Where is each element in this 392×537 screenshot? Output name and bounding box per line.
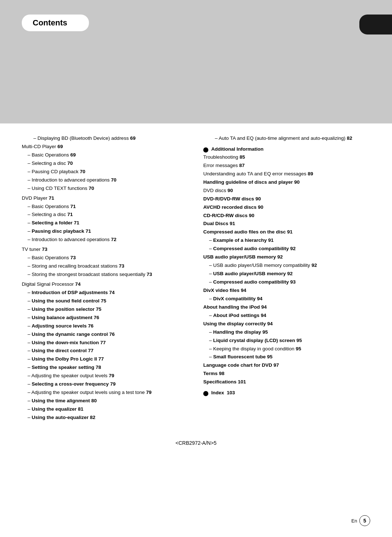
list-item: Using the auto-equalizer 82 (22, 414, 189, 422)
footer-page-number: 5 (359, 515, 370, 526)
list-item: USB audio player/USB memory 92 (203, 270, 370, 278)
list-item: Using the Dolby Pro Logic II 77 (22, 355, 189, 363)
list-item: Using balance adjustment 76 (22, 314, 189, 322)
list-item: Displaying BD (Bluetooth Device) address… (22, 134, 189, 143)
toc-list-left: Displaying BD (Bluetooth Device) address… (22, 134, 189, 422)
list-item: Example of a hierarchy 91 (203, 236, 370, 245)
index-section: Index 103 (203, 390, 370, 396)
list-item: Multi-CD Player 69 (22, 143, 189, 151)
list-item: Keeping the display in good condition 95 (203, 345, 370, 353)
additional-information-section: Additional Information (203, 146, 370, 152)
list-item: Using CD TEXT functions 70 (22, 184, 189, 193)
list-item: Selecting a cross-over frequency 79 (22, 380, 189, 388)
page-wrapper: Contents Displaying BD (Bluetooth Device… (0, 0, 392, 537)
list-item: Using the direct control 77 (22, 347, 189, 355)
page-title: Contents (33, 18, 67, 27)
list-item: Using the time alignment 80 (22, 397, 189, 405)
content-area: Displaying BD (Bluetooth Device) address… (0, 123, 392, 436)
list-item: Pausing CD playback 70 (22, 168, 189, 176)
footer-en-label: En (351, 518, 357, 524)
right-column: Auto TA and EQ (auto-time alignment and … (203, 134, 370, 422)
list-item: Adjusting source levels 76 (22, 322, 189, 330)
list-item: About handling the iPod 94 (203, 303, 370, 312)
toc-list-right: Auto TA and EQ (auto-time alignment and … (203, 134, 370, 396)
list-item: DivX video files 94 (203, 286, 370, 295)
footer: En 5 (351, 515, 370, 526)
list-item: Basic Operations 69 (22, 151, 189, 159)
list-item: Selecting a disc 71 (22, 211, 189, 219)
list-item: Basic Operations 73 (22, 254, 189, 262)
list-item: Error messages 87 (203, 162, 370, 170)
list-item: CD-R/CD-RW discs 90 (203, 212, 370, 220)
model-number: <CRB2972-A/N>5 (0, 440, 392, 451)
list-item: DVD discs 90 (203, 187, 370, 195)
list-item: Adjusting the speaker output levels usin… (22, 388, 189, 397)
left-column: Displaying BD (Bluetooth Device) address… (22, 134, 189, 422)
bullet-icon (203, 391, 208, 396)
bullet-icon (203, 147, 208, 152)
list-item: Storing and recalling broadcast stations… (22, 262, 189, 270)
list-item: Language code chart for DVD 97 (203, 361, 370, 370)
list-item: Pausing disc playback 71 (22, 227, 189, 236)
contents-header: Contents (22, 15, 89, 31)
list-item: Introduction to advanced operations 70 (22, 176, 189, 184)
list-item: Using the equalizer 81 (22, 405, 189, 414)
list-item: Compressed audio compatibility 92 (203, 245, 370, 253)
list-item: AVCHD recorded discs 90 (203, 203, 370, 212)
list-item: Using the position selector 75 (22, 305, 189, 314)
list-item: Auto TA and EQ (auto-time alignment and … (203, 134, 370, 143)
list-item: Adjusting the speaker output levels 79 (22, 372, 189, 380)
top-banner: Contents (0, 0, 392, 123)
list-item: Compressed audio files on the disc 91 (203, 228, 370, 236)
list-item: Setting the speaker setting 78 (22, 363, 189, 372)
list-item: DVD-R/DVD-RW discs 90 (203, 195, 370, 203)
list-item: Terms 98 (203, 370, 370, 378)
list-item: Introduction of DSP adjustments 74 (22, 289, 189, 297)
list-item: Handling the display 95 (203, 328, 370, 337)
list-item: Storing the strongest broadcast stations… (22, 270, 189, 279)
list-item: Selecting a disc 70 (22, 159, 189, 168)
list-item: TV tuner 73 (22, 245, 189, 254)
list-item: Handling guideline of discs and player 9… (203, 178, 370, 187)
list-item: Using the display correctly 94 (203, 320, 370, 328)
top-right-decoration (359, 15, 392, 34)
index-title: Index 103 (211, 390, 235, 395)
list-item: About iPod settings 94 (203, 312, 370, 320)
list-item: Dual Discs 91 (203, 220, 370, 228)
list-item: Liquid crystal display (LCD) screen 95 (203, 337, 370, 345)
list-item: Digital Signal Processor 74 (22, 280, 189, 289)
list-item: Understanding auto TA and EQ error messa… (203, 170, 370, 178)
list-item: Small fluorescent tube 95 (203, 353, 370, 361)
list-item: Using the dynamic range control 76 (22, 330, 189, 339)
list-item: Introduction to advanced operations 72 (22, 236, 189, 244)
list-item: Using the down-mix function 77 (22, 339, 189, 347)
list-item: USB audio player/USB memory 92 (203, 253, 370, 261)
section-title: Additional Information (211, 146, 264, 152)
list-item: Compressed audio compatibility 93 (203, 278, 370, 286)
list-item: DVD Player 71 (22, 194, 189, 203)
list-item: Using the sound field control 75 (22, 297, 189, 305)
list-item: Troubleshooting 85 (203, 153, 370, 162)
list-item: USB audio player/USB memory compatibilit… (203, 261, 370, 270)
list-item: DivX compatibility 94 (203, 295, 370, 303)
list-item: Selecting a folder 71 (22, 219, 189, 227)
list-item: Specifications 101 (203, 378, 370, 386)
list-item: Basic Operations 71 (22, 203, 189, 211)
